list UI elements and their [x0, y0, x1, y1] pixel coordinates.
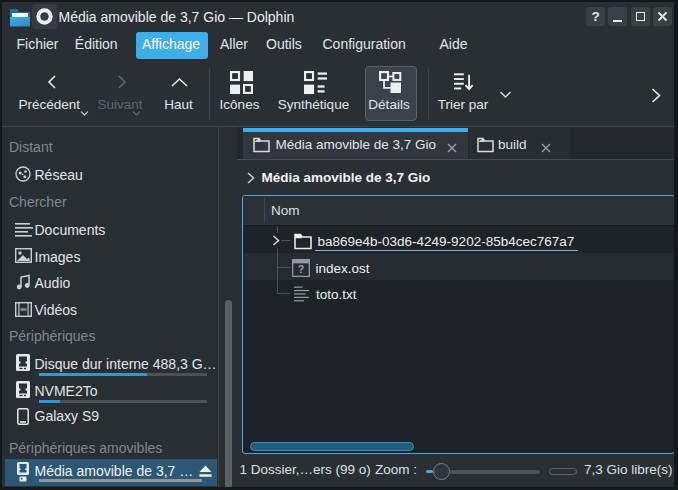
svg-text:?: ?: [298, 263, 304, 275]
